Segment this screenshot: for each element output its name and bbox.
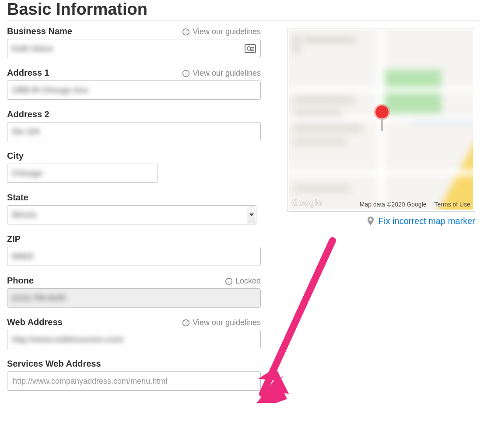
guidelines-text: View our guidelines [193,27,261,36]
address2-label: Address 2 [7,109,49,119]
business-name-label: Business Name [7,26,72,36]
svg-text:i: i [186,29,187,35]
svg-text:i: i [186,70,187,76]
state-label: State [7,192,28,203]
map[interactable]: Google Map data ©2020 Google Terms of Us… [289,30,473,210]
phone-value: (312) 796-8105 [12,294,66,303]
services-web-address-field[interactable] [12,374,256,388]
city-value: Chicago [12,169,43,178]
address1-value: 1988 W Chicago Ave [12,86,88,95]
address1-label: Address 1 [7,68,49,78]
phone-input: (312) 796-8105 [7,288,261,308]
google-logo: Google [292,198,322,208]
state-value: Illinois [12,210,37,220]
svg-text:i: i [186,320,187,326]
web-address-input[interactable]: http://www.redblossoms.com/ [7,330,261,349]
services-web-address-label: Services Web Address [7,359,101,369]
map-terms-link[interactable]: Terms of Use [434,201,470,208]
section-divider [7,21,480,21]
city-label: City [7,151,24,161]
services-web-address-input[interactable] [7,371,261,391]
address1-guidelines-link[interactable]: i View our guidelines [182,69,261,78]
vcard-icon [245,44,256,53]
map-column: Google Map data ©2020 Google Terms of Us… [287,26,475,226]
phone-locked-hint: i Locked [225,276,261,286]
web-address-guidelines-link[interactable]: i View our guidelines [182,318,261,327]
info-icon: i [225,277,233,285]
info-icon: i [182,28,190,36]
guidelines-text: View our guidelines [193,318,261,327]
map-attribution: Map data ©2020 Google [360,201,427,208]
business-name-guidelines-link[interactable]: i View our guidelines [182,27,261,36]
locked-text: Locked [235,276,261,286]
phone-label: Phone [7,276,34,286]
info-icon: i [182,70,190,77]
svg-text:i: i [228,278,229,284]
zip-label: ZIP [7,234,21,244]
web-address-label: Web Address [7,317,63,327]
map-container: Google Map data ©2020 Google Terms of Us… [287,28,475,212]
state-select[interactable]: Illinois [7,205,256,224]
address2-input[interactable]: Ste 104 [7,122,261,141]
guidelines-text: View our guidelines [193,69,261,78]
form-column: Business Name i View our guidelines Kath… [7,26,261,392]
map-marker-icon [375,105,389,131]
info-icon: i [182,319,190,327]
section-title: Basic Information [7,0,480,19]
fix-map-marker-link[interactable]: Fix incorrect map marker [378,216,475,226]
city-input[interactable]: Chicago [7,164,158,183]
chevron-down-icon [247,206,256,224]
business-name-value: Kath Salun [12,44,53,53]
zip-input[interactable]: 60622 [7,247,261,266]
address2-value: Ste 104 [12,127,39,136]
web-address-value: http://www.redblossoms.com/ [12,335,123,344]
zip-value: 60622 [12,252,34,261]
business-name-input[interactable]: Kath Salun [7,39,261,58]
address1-input[interactable]: 1988 W Chicago Ave [7,80,261,100]
pin-icon [367,216,377,226]
